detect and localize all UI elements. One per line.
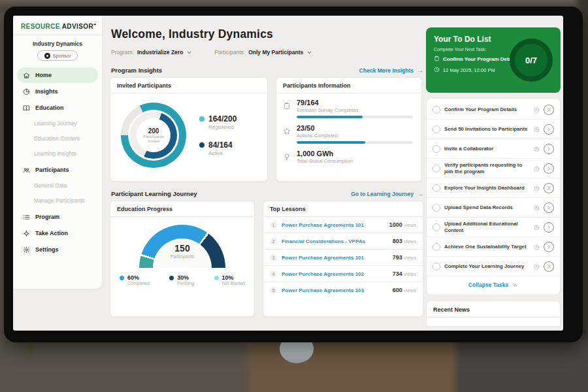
lesson-link[interactable]: Power Purchase Agreements 103 (282, 287, 388, 293)
main-content: Welcome, Industry Dynamics Program: Indu… (110, 22, 423, 317)
stat-emission-survey: 79/164 Emission Survey Completed (283, 99, 414, 118)
views-word: views (404, 287, 416, 293)
arrow-right-icon: → (417, 190, 423, 197)
sidebar-item-label: Insights (35, 88, 58, 95)
todo-item[interactable]: Upload Spend Data Records (427, 198, 560, 218)
lesson-link[interactable]: Power Purchase Agreements 101 (282, 222, 385, 228)
chevron-right-button[interactable] (544, 261, 554, 272)
chevron-right-button[interactable] (544, 144, 554, 154)
task-label: Upload Spend Data Records (444, 204, 530, 211)
invited-participants-card: Invited Participants 200 Participants In… (110, 77, 268, 182)
views-count: 600 (393, 287, 402, 293)
chevron-right-button[interactable] (544, 105, 554, 115)
sidebar-item-label: Settings (35, 246, 59, 253)
sidebar-item-take-action[interactable]: Take Action (17, 225, 98, 241)
todo-item[interactable]: Achieve One Sustainability Target (427, 237, 560, 257)
sidebar-item-label: Participants (35, 167, 69, 173)
lesson-rank: 1 (270, 221, 277, 229)
legend-completed: 60% Completed (120, 274, 150, 286)
stat-label: Actions Completed (297, 133, 413, 139)
donut-center-label: Invited (148, 139, 159, 144)
clipboard-icon (283, 99, 291, 118)
legend-registered: 164/200 Registered (199, 114, 237, 130)
lesson-rank: 2 (270, 238, 277, 245)
todo-item[interactable]: Verify participants requesting to join t… (427, 159, 560, 178)
sidebar-item-education-content[interactable]: Education Content (13, 131, 102, 146)
list-icon (22, 213, 30, 221)
legend-label: Pending (177, 281, 194, 286)
todo-item[interactable]: Send 50 Invitations to Participants (427, 120, 560, 139)
task-checkbox[interactable] (433, 204, 440, 212)
sidebar-item-manage-participants[interactable]: Manage Participants (13, 193, 102, 208)
photo-of-monitor: RESOURCE ADVISOR+ Industry Dynamics Spon… (0, 0, 588, 392)
program-dropdown[interactable]: Program: Industrialize Zero (111, 46, 192, 58)
task-checkbox[interactable] (433, 223, 440, 231)
task-checkbox[interactable] (433, 145, 440, 153)
lesson-link[interactable]: Financial Considerations - VPPAs (282, 238, 388, 244)
chevron-right-button[interactable] (544, 242, 554, 252)
chevron-right-button[interactable] (544, 222, 554, 233)
sidebar-item-home[interactable]: Home (17, 67, 98, 83)
education-progress-card: Education Progress 150 Participants (110, 201, 255, 317)
sidebar-item-participants[interactable]: Participants (17, 162, 98, 178)
sidebar-item-learning-journey[interactable]: Learning Journey (13, 116, 102, 131)
sidebar-item-label: Home (35, 72, 52, 78)
todo-next-task: Confirm Your Program Details (443, 56, 517, 62)
sidebar-item-general-data[interactable]: General Data (13, 178, 102, 193)
todo-item[interactable]: Invite a Collaborator (427, 139, 560, 159)
stat-value: 23/50 (297, 124, 413, 132)
views-count: 793 (393, 254, 402, 261)
sidebar-item-learning-insights[interactable]: Learning Insights (13, 146, 102, 161)
sponsor-badge[interactable]: Sponsor (37, 50, 78, 61)
todo-item[interactable]: Explore Your Insights Dashboard (427, 178, 560, 198)
sidebar-item-settings[interactable]: Settings (17, 242, 98, 257)
lesson-row: 4 Power Purchase Agreements 102 734 view… (263, 266, 423, 282)
chevron-right-button[interactable] (544, 203, 554, 213)
check-more-insights-link[interactable]: Check More Insights → (359, 67, 423, 74)
participants-dropdown[interactable]: Participants: Only My Participants (214, 46, 312, 58)
card-title: Education Progress (110, 201, 254, 217)
progress-bar (297, 141, 413, 144)
collapse-tasks-link[interactable]: Collapse Tasks (427, 276, 560, 293)
lesson-link[interactable]: Power Purchase Agreements 102 (282, 271, 388, 277)
legend-value: 30% (177, 274, 194, 281)
chevron-right-button[interactable] (544, 183, 554, 193)
task-checkbox[interactable] (433, 125, 440, 133)
sponsor-icon (44, 53, 50, 59)
chevron-down-icon (186, 46, 192, 58)
lesson-link[interactable]: Power Purchase Agreements 101 (282, 255, 388, 261)
views-count: 803 (393, 238, 402, 244)
program-dropdown-label: Program: (111, 49, 134, 56)
todo-item[interactable]: Confirm Your Program Details (427, 100, 560, 120)
todo-item[interactable]: Complete Your Learning Journey (427, 257, 560, 276)
task-checkbox[interactable] (433, 106, 440, 114)
chevron-right-button[interactable] (544, 163, 554, 174)
task-checkbox[interactable] (433, 263, 440, 270)
dashboard-screen: RESOURCE ADVISOR+ Industry Dynamics Spon… (13, 16, 563, 331)
organization-name: Industry Dynamics (13, 41, 102, 47)
education-gauge-chart: 150 Participants (110, 225, 254, 268)
card-title: Invited Participants (110, 78, 267, 93)
link-label: Check More Insights (359, 67, 414, 74)
sidebar-item-insights[interactable]: Insights (17, 84, 98, 99)
progress-bar (297, 116, 413, 118)
recent-news-card: Recent News (426, 301, 561, 327)
lesson-rank: 3 (270, 254, 277, 261)
sidebar-item-program[interactable]: Program (17, 209, 98, 225)
go-to-learning-journey-link[interactable]: Go to Learning Journey → (351, 190, 423, 197)
home-icon (22, 71, 30, 79)
task-checkbox[interactable] (433, 243, 440, 251)
todo-due-date: 12 May 2025, 12:00 PM (443, 67, 495, 73)
program-dropdown-value: Industrialize Zero (137, 49, 183, 56)
task-checkbox[interactable] (433, 165, 440, 172)
sidebar-item-label: Program (35, 214, 59, 220)
sidebar-item-education[interactable]: Education (17, 100, 98, 116)
logo-plus: + (93, 22, 97, 27)
stat-value: 1,000 GWh (297, 150, 353, 157)
participants-dropdown-value: Only My Participants (248, 49, 303, 56)
clock-icon (534, 163, 540, 174)
chevron-right-button[interactable] (544, 124, 554, 135)
task-checkbox[interactable] (433, 184, 440, 192)
task-label: Confirm Your Program Details (444, 106, 530, 113)
todo-item[interactable]: Upload Additional Educational Content (427, 218, 560, 237)
